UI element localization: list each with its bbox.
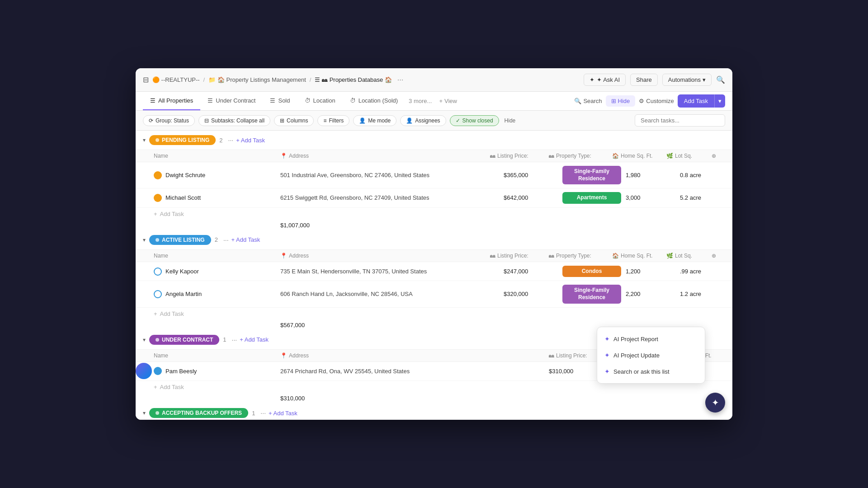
- fab-button[interactable]: ✦: [705, 393, 725, 413]
- pending-listing-dot: [156, 138, 159, 142]
- address-pin-icon: 📍: [280, 153, 287, 159]
- tab-location[interactable]: ⏱ Location: [297, 92, 343, 110]
- columns-filter[interactable]: ⊞ Columns: [274, 115, 314, 126]
- active-listing-ellipsis-button[interactable]: ···: [223, 236, 229, 244]
- active-header-price: Listing Price:: [497, 253, 528, 259]
- breadcrumb-more-button[interactable]: ···: [397, 76, 403, 84]
- search-tab-button[interactable]: 🔍 Search: [574, 98, 602, 104]
- global-search-button[interactable]: 🔍: [716, 75, 725, 84]
- header-lot-icon: 🌿: [666, 153, 673, 159]
- show-closed-label: Show closed: [462, 117, 493, 124]
- angela-price: $320,000: [504, 291, 562, 297]
- breadcrumb-property-listings: 📁 🏠 Property Listings Management: [208, 76, 306, 83]
- active-header-sqft-icon: 🏠: [612, 253, 619, 259]
- ai-project-report-item[interactable]: ✦ AI Project Report: [597, 331, 705, 347]
- tab-all-properties[interactable]: ☰ All Properties: [143, 92, 200, 110]
- tab-all-properties-label: All Properties: [158, 97, 193, 104]
- angela-lot: 1.2 acre: [680, 291, 725, 297]
- subtasks-filter[interactable]: ⊟ Subtasks: Collapse all: [198, 115, 270, 126]
- pending-listing-ellipsis-button[interactable]: ···: [228, 136, 234, 144]
- tab-location-sold[interactable]: ⏱ Location (Sold): [343, 92, 405, 110]
- angela-status-icon: [154, 290, 162, 298]
- hide-button[interactable]: ⊞ Hide: [606, 95, 636, 107]
- breadcrumb-sep-2: /: [310, 76, 311, 83]
- active-add-col-icon[interactable]: ⊕: [712, 253, 716, 259]
- michael-name: Michael Scott: [165, 194, 280, 201]
- active-listing-toggle[interactable]: ▾: [143, 237, 146, 243]
- me-mode-filter[interactable]: 👤 Me mode: [353, 115, 396, 126]
- tab-more-button[interactable]: 3 more...: [405, 92, 435, 110]
- filters-filter[interactable]: ≡ Filters: [317, 115, 349, 126]
- active-header-name: Name: [154, 253, 168, 259]
- pending-add-task-row[interactable]: + Add Task: [136, 208, 732, 220]
- tab-under-contract[interactable]: ☰ Under Contract: [200, 92, 263, 110]
- tab-sold[interactable]: ☰ Sold: [263, 92, 297, 110]
- group-status-label: Group: Status: [156, 117, 189, 124]
- hide-text-button[interactable]: Hide: [505, 117, 516, 124]
- assignees-icon: 👤: [406, 117, 413, 124]
- dwight-name: Dwight Schrute: [165, 172, 280, 178]
- header-price-icon: 🏘: [490, 153, 495, 159]
- search-ask-icon: ✦: [604, 368, 610, 375]
- pending-listing-badge: PENDING LISTING: [149, 135, 216, 145]
- pam-name: Pam Beesly: [165, 368, 280, 375]
- pending-listing-count: 2: [219, 137, 222, 144]
- tab-under-contract-icon: ☰: [208, 97, 213, 104]
- active-header-sqft: Home Sq. Ft.: [621, 253, 653, 259]
- add-task-button[interactable]: Add Task: [678, 94, 714, 108]
- fab-icon: ✦: [712, 397, 719, 408]
- dwight-price: $365,000: [504, 172, 562, 178]
- michael-address: 6215 Swiggett Rd, Greensboro, NC 27409, …: [280, 194, 504, 201]
- search-ask-item[interactable]: ✦ Search or ask this list: [597, 363, 705, 380]
- uc-header-name: Name: [154, 352, 168, 359]
- pam-address: 2674 Prichard Rd, Ona, WV 25545, United …: [280, 368, 549, 375]
- add-task-dropdown-button[interactable]: ▾: [714, 94, 725, 108]
- under-contract-toggle[interactable]: ▾: [143, 337, 146, 343]
- ai-project-update-item[interactable]: ✦ AI Project Update: [597, 347, 705, 363]
- table-row[interactable]: Angela Martin 606 Ranch Hand Ln, Jackson…: [136, 281, 732, 307]
- breadcrumb-sep-1: /: [203, 76, 205, 83]
- under-contract-add-task-button[interactable]: + Add Task: [240, 336, 269, 343]
- automations-button[interactable]: Automations ▾: [662, 74, 712, 86]
- active-header-address: Address: [289, 253, 309, 259]
- table-row[interactable]: Kelly Kapoor 735 E Main St, Hendersonvil…: [136, 262, 732, 282]
- header-type-label: Property Type:: [556, 153, 591, 159]
- bottom-dot-indicator[interactable]: [136, 363, 152, 379]
- group-status-filter[interactable]: ⟳ Group: Status: [143, 115, 195, 126]
- sidebar-toggle-button[interactable]: ⊟: [143, 75, 149, 84]
- table-row[interactable]: Dwight Schrute 501 Industrial Ave, Green…: [136, 162, 732, 188]
- ai-report-icon: ✦: [604, 335, 610, 343]
- assignees-filter[interactable]: 👤 Assignees: [400, 115, 446, 126]
- add-column-icon[interactable]: ⊕: [712, 153, 716, 159]
- table-row[interactable]: Michael Scott 6215 Swiggett Rd, Greensbo…: [136, 188, 732, 208]
- kelly-type-badge: Condos: [562, 266, 621, 277]
- add-view-label: View: [444, 98, 457, 104]
- uc-pin-icon: 📍: [280, 352, 287, 359]
- active-listing-dot: [156, 238, 159, 242]
- add-view-button[interactable]: + View: [435, 92, 461, 110]
- share-button[interactable]: Share: [630, 74, 658, 86]
- dwight-sqft: 1,980: [626, 172, 680, 178]
- show-closed-filter[interactable]: ✓ Show closed: [450, 115, 499, 126]
- kelly-price: $247,000: [504, 268, 562, 275]
- customize-button[interactable]: ⚙ Customize: [639, 98, 674, 104]
- under-contract-ellipsis-button[interactable]: ···: [232, 336, 237, 343]
- header-sqft-icon: 🏠: [612, 153, 619, 159]
- search-ask-label: Search or ask this list: [613, 368, 670, 375]
- dwight-address: 501 Industrial Ave, Greensboro, NC 27406…: [280, 172, 504, 178]
- ask-ai-button[interactable]: ✦ ✦ Ask AI: [584, 74, 626, 86]
- backup-dot: [156, 411, 159, 415]
- pending-listing-toggle[interactable]: ▾: [143, 137, 146, 143]
- search-tab-icon: 🔍: [574, 98, 581, 104]
- michael-type-badge: Apartments: [562, 192, 621, 204]
- backup-toggle[interactable]: ▾: [143, 410, 146, 416]
- active-listing-add-task-button[interactable]: + Add Task: [231, 236, 260, 243]
- active-add-task-row[interactable]: + Add Task: [136, 308, 732, 320]
- backup-ellipsis-button[interactable]: ···: [260, 409, 266, 417]
- breadcrumb-realtyup: 🟠 --REALTYUP--: [152, 76, 200, 83]
- backup-add-task-button[interactable]: + Add Task: [269, 410, 297, 417]
- pending-listing-add-task-button[interactable]: + Add Task: [236, 137, 265, 144]
- active-header-type: Property Type:: [556, 253, 591, 259]
- search-tasks-input[interactable]: [635, 114, 725, 127]
- automations-chevron-icon: ▾: [703, 76, 706, 83]
